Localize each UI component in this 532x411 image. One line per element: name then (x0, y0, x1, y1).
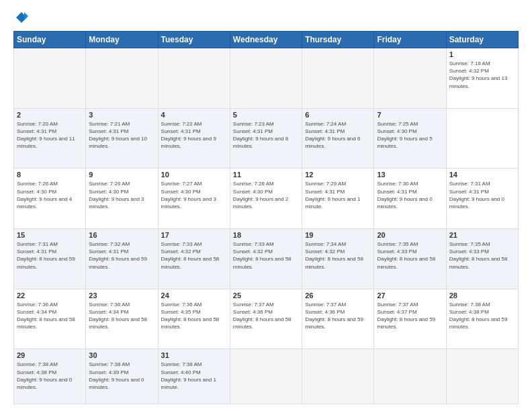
empty-cell (374, 48, 446, 109)
day-info: Sunrise: 7:26 AMSunset: 4:30 PMDaylight:… (89, 181, 144, 210)
header (13, 11, 519, 24)
calendar-day-19: 19 Sunrise: 7:34 AMSunset: 4:32 PMDaylig… (302, 229, 374, 289)
day-info: Sunrise: 7:27 AMSunset: 4:30 PMDaylight:… (161, 181, 216, 210)
logo-icon (15, 11, 28, 24)
day-info: Sunrise: 7:37 AMSunset: 4:37 PMDaylight:… (377, 302, 435, 330)
calendar-day-26: 26 Sunrise: 7:37 AMSunset: 4:36 PMDaylig… (302, 289, 374, 349)
empty-cell (230, 48, 302, 109)
day-number: 27 (377, 291, 443, 300)
calendar-day-9: 9 Sunrise: 7:26 AMSunset: 4:30 PMDayligh… (86, 169, 158, 229)
day-number: 20 (377, 231, 443, 239)
svg-marker-1 (24, 12, 28, 20)
day-number: 16 (89, 231, 154, 239)
day-info: Sunrise: 7:33 AMSunset: 4:32 PMDaylight:… (233, 241, 292, 270)
calendar-day-13: 13 Sunrise: 7:30 AMSunset: 4:31 PMDaylig… (374, 169, 446, 229)
col-header-thursday: Thursday (302, 32, 374, 48)
day-info: Sunrise: 7:31 AMSunset: 4:31 PMDaylight:… (449, 181, 504, 210)
calendar-day-31: 31 Sunrise: 7:38 AMSunset: 4:40 PMDaylig… (158, 349, 230, 404)
col-header-wednesday: Wednesday (230, 32, 302, 48)
page: SundayMondayTuesdayWednesdayThursdayFrid… (0, 0, 532, 411)
empty-cell (158, 48, 230, 109)
day-info: Sunrise: 7:36 AMSunset: 4:35 PMDaylight:… (161, 302, 220, 330)
day-number: 6 (305, 111, 371, 119)
calendar-day-30: 30 Sunrise: 7:38 AMSunset: 4:39 PMDaylig… (86, 349, 158, 404)
day-info: Sunrise: 7:28 AMSunset: 4:30 PMDaylight:… (233, 181, 288, 210)
day-info: Sunrise: 7:35 AMSunset: 4:33 PMDaylight:… (377, 241, 435, 270)
day-info: Sunrise: 7:38 AMSunset: 4:38 PMDaylight:… (17, 361, 72, 390)
day-number: 26 (305, 291, 371, 300)
day-info: Sunrise: 7:18 AMSunset: 4:32 PMDaylight:… (449, 60, 508, 89)
calendar-day-28: 28 Sunrise: 7:38 AMSunset: 4:38 PMDaylig… (446, 289, 518, 349)
day-number: 7 (377, 111, 443, 119)
day-number: 11 (233, 171, 299, 179)
calendar-day-22: 22 Sunrise: 7:36 AMSunset: 4:34 PMDaylig… (14, 289, 86, 349)
day-number: 3 (89, 111, 154, 119)
day-info: Sunrise: 7:23 AMSunset: 4:31 PMDaylight:… (233, 121, 288, 150)
day-info: Sunrise: 7:38 AMSunset: 4:39 PMDaylight:… (89, 361, 144, 390)
logo (13, 11, 28, 24)
day-number: 1 (449, 50, 515, 58)
calendar-day-16: 16 Sunrise: 7:32 AMSunset: 4:31 PMDaylig… (86, 229, 158, 289)
calendar-day-25: 25 Sunrise: 7:37 AMSunset: 4:36 PMDaylig… (230, 289, 302, 349)
day-info: Sunrise: 7:33 AMSunset: 4:32 PMDaylight:… (161, 241, 220, 270)
calendar-day-5: 5 Sunrise: 7:23 AMSunset: 4:31 PMDayligh… (230, 108, 302, 169)
day-info: Sunrise: 7:38 AMSunset: 4:40 PMDaylight:… (161, 361, 216, 390)
col-header-tuesday: Tuesday (158, 32, 230, 48)
day-info: Sunrise: 7:34 AMSunset: 4:32 PMDaylight:… (305, 241, 363, 270)
day-info: Sunrise: 7:31 AMSunset: 4:31 PMDaylight:… (17, 241, 75, 270)
calendar-day-27: 27 Sunrise: 7:37 AMSunset: 4:37 PMDaylig… (374, 289, 446, 349)
day-number: 18 (233, 231, 299, 239)
day-number: 17 (161, 231, 227, 239)
day-number: 30 (89, 351, 154, 359)
calendar-day-24: 24 Sunrise: 7:36 AMSunset: 4:35 PMDaylig… (158, 289, 230, 349)
calendar-day-21: 21 Sunrise: 7:35 AMSunset: 4:33 PMDaylig… (446, 229, 518, 289)
day-number: 14 (449, 171, 515, 179)
col-header-friday: Friday (374, 32, 446, 48)
empty-cell (230, 349, 302, 404)
calendar-day-4: 4 Sunrise: 7:22 AMSunset: 4:31 PMDayligh… (158, 108, 230, 169)
day-info: Sunrise: 7:37 AMSunset: 4:36 PMDaylight:… (305, 302, 363, 330)
empty-cell (302, 349, 374, 404)
empty-cell (14, 48, 86, 109)
calendar-day-8: 8 Sunrise: 7:26 AMSunset: 4:30 PMDayligh… (14, 169, 86, 229)
calendar-day-15: 15 Sunrise: 7:31 AMSunset: 4:31 PMDaylig… (14, 229, 86, 289)
day-info: Sunrise: 7:36 AMSunset: 4:34 PMDaylight:… (89, 302, 147, 330)
day-info: Sunrise: 7:29 AMSunset: 4:31 PMDaylight:… (305, 181, 360, 210)
day-number: 22 (17, 291, 83, 300)
calendar-day-20: 20 Sunrise: 7:35 AMSunset: 4:33 PMDaylig… (374, 229, 446, 289)
day-number: 2 (17, 111, 83, 119)
col-header-sunday: Sunday (14, 32, 86, 48)
day-number: 13 (377, 171, 443, 179)
col-header-saturday: Saturday (446, 32, 518, 48)
day-number: 24 (161, 291, 227, 300)
day-number: 4 (161, 111, 227, 119)
day-number: 21 (449, 231, 515, 239)
empty-cell (446, 349, 518, 404)
day-number: 19 (305, 231, 371, 239)
calendar-day-12: 12 Sunrise: 7:29 AMSunset: 4:31 PMDaylig… (302, 169, 374, 229)
day-info: Sunrise: 7:26 AMSunset: 4:30 PMDaylight:… (17, 181, 72, 210)
calendar-day-23: 23 Sunrise: 7:36 AMSunset: 4:34 PMDaylig… (86, 289, 158, 349)
calendar-day-14: 14 Sunrise: 7:31 AMSunset: 4:31 PMDaylig… (446, 169, 518, 229)
day-number: 31 (161, 351, 227, 359)
day-info: Sunrise: 7:22 AMSunset: 4:31 PMDaylight:… (161, 121, 216, 150)
day-info: Sunrise: 7:20 AMSunset: 4:31 PMDaylight:… (17, 121, 75, 150)
empty-cell (86, 48, 158, 109)
day-number: 29 (17, 351, 83, 359)
day-info: Sunrise: 7:38 AMSunset: 4:38 PMDaylight:… (449, 302, 508, 330)
calendar-day-10: 10 Sunrise: 7:27 AMSunset: 4:30 PMDaylig… (158, 169, 230, 229)
day-number: 23 (89, 291, 154, 300)
day-number: 10 (161, 171, 227, 179)
day-info: Sunrise: 7:37 AMSunset: 4:36 PMDaylight:… (233, 302, 292, 330)
day-info: Sunrise: 7:35 AMSunset: 4:33 PMDaylight:… (449, 241, 508, 270)
col-header-monday: Monday (86, 32, 158, 48)
calendar-day-3: 3 Sunrise: 7:21 AMSunset: 4:31 PMDayligh… (86, 108, 158, 169)
day-number: 8 (17, 171, 83, 179)
day-info: Sunrise: 7:24 AMSunset: 4:31 PMDaylight:… (305, 121, 360, 150)
calendar-day-11: 11 Sunrise: 7:28 AMSunset: 4:30 PMDaylig… (230, 169, 302, 229)
day-number: 28 (449, 291, 515, 300)
day-info: Sunrise: 7:36 AMSunset: 4:34 PMDaylight:… (17, 302, 75, 330)
calendar-day-18: 18 Sunrise: 7:33 AMSunset: 4:32 PMDaylig… (230, 229, 302, 289)
day-number: 15 (17, 231, 83, 239)
day-info: Sunrise: 7:30 AMSunset: 4:31 PMDaylight:… (377, 181, 432, 210)
